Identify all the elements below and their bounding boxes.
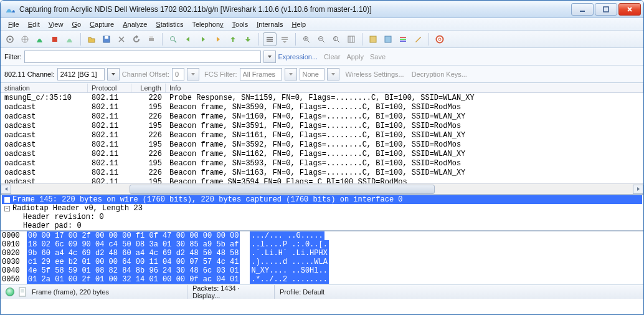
back-icon[interactable]: [181, 32, 195, 46]
menu-tools[interactable]: Tools: [229, 19, 252, 29]
col-length[interactable]: Length: [131, 84, 166, 92]
decrypt-select[interactable]: [300, 68, 324, 80]
col-info[interactable]: Info: [166, 84, 643, 92]
table-row[interactable]: oadcast802.11226Beacon frame, SN=1163, F…: [1, 168, 643, 177]
menu-telephony[interactable]: Telephony: [188, 19, 227, 29]
table-row[interactable]: oadcast802.11226Beacon frame, SN=1161, F…: [1, 130, 643, 140]
resize-cols-icon[interactable]: [344, 32, 358, 46]
save-filter-button[interactable]: Save: [370, 53, 386, 61]
maximize-button[interactable]: [595, 3, 617, 16]
packet-list-body[interactable]: msungE_c/:35:10802.11220Probe Response, …: [1, 93, 643, 183]
scroll-thumb[interactable]: [130, 185, 435, 194]
start-icon[interactable]: [33, 32, 47, 46]
menu-file[interactable]: File: [4, 19, 23, 29]
zoom-in-icon[interactable]: [300, 32, 313, 46]
table-row[interactable]: oadcast802.11195Beacon frame, SN=3590, F…: [1, 102, 643, 112]
minimize-button[interactable]: [571, 3, 594, 16]
coloring-rules-icon[interactable]: [396, 32, 410, 46]
filter-input[interactable]: [24, 51, 261, 63]
svg-rect-1: [604, 7, 608, 12]
hex-row[interactable]: 000000 00 17 00 2f 00 00 00 f1 0f 47 00 …: [2, 231, 642, 240]
collapse-icon[interactable]: −: [4, 206, 10, 211]
filter-toolbar: Filter: Expression... Clear Apply Save: [1, 48, 643, 65]
fcs-dropdown[interactable]: [285, 68, 297, 80]
menu-capture[interactable]: Capture: [86, 19, 118, 29]
detail-headerpad-text: Header pad: 0: [23, 221, 82, 230]
packet-list-hscroll[interactable]: [1, 183, 643, 194]
find-icon[interactable]: [166, 32, 180, 46]
svg-rect-9: [149, 36, 153, 38]
detail-headerrev[interactable]: Header revision: 0: [2, 213, 642, 221]
menu-view[interactable]: View: [45, 19, 67, 29]
hex-row[interactable]: 00404e 5f 58 59 01 08 82 84 8b 96 24 30 …: [2, 266, 642, 275]
channel-offset[interactable]: [172, 68, 184, 80]
save-icon[interactable]: [100, 32, 113, 46]
channel-select[interactable]: [57, 68, 105, 80]
packet-details-pane[interactable]: + Frame 145: 220 bytes on wire (1760 bit…: [1, 195, 643, 231]
expression-button[interactable]: Expression...: [278, 53, 318, 61]
menu-internals[interactable]: Internals: [253, 19, 286, 29]
fcs-select[interactable]: [240, 68, 282, 80]
menu-edit[interactable]: Edit: [24, 19, 44, 29]
table-row[interactable]: oadcast802.11195Beacon frame, SN=3591, F…: [1, 121, 643, 130]
interfaces-icon[interactable]: [3, 32, 17, 46]
detail-radiotap[interactable]: − Radiotap Header v0, Length 23: [2, 204, 642, 213]
channel-dropdown[interactable]: [107, 68, 120, 80]
zoom-out-icon[interactable]: [315, 32, 328, 46]
wireless-settings-button[interactable]: Wireless Settings...: [346, 70, 404, 78]
channel-offset-label: Channel Offset:: [122, 70, 169, 78]
menu-statistics[interactable]: Statistics: [152, 19, 187, 29]
close-file-icon[interactable]: [115, 32, 128, 46]
filter-dropdown[interactable]: [263, 51, 276, 63]
display-filter-icon[interactable]: [381, 32, 395, 46]
svg-text:1: 1: [334, 37, 336, 41]
print-icon[interactable]: [144, 32, 158, 46]
table-row[interactable]: oadcast802.11195Beacon frame, SN=3593, F…: [1, 158, 643, 168]
detail-headerpad[interactable]: Header pad: 0: [2, 221, 642, 230]
hex-row[interactable]: 001018 02 6c 09 90 04 c4 50 08 3a 01 30 …: [2, 240, 642, 249]
goto-icon[interactable]: [211, 32, 225, 46]
hex-row[interactable]: 0030c1 29 ee b2 01 00 00 64 00 11 04 00 …: [2, 258, 642, 266]
table-row[interactable]: msungE_c/:35:10802.11220Probe Response, …: [1, 93, 643, 102]
scroll-right-icon[interactable]: [633, 185, 643, 194]
menubar: File Edit View Go Capture Analyze Statis…: [1, 18, 643, 31]
packet-bytes-pane[interactable]: 000000 00 17 00 2f 00 00 00 f1 0f 47 00 …: [1, 231, 643, 285]
table-row[interactable]: oadcast802.11195Beacon frame, SN=3592, F…: [1, 140, 643, 149]
scroll-left-icon[interactable]: [1, 185, 11, 194]
open-icon[interactable]: [85, 32, 98, 46]
restart-icon[interactable]: [63, 32, 77, 46]
status-profile-cell[interactable]: Profile: Default: [275, 285, 643, 299]
clear-button[interactable]: Clear: [324, 53, 340, 61]
decrypt-dropdown[interactable]: [327, 68, 339, 80]
apply-button[interactable]: Apply: [346, 53, 364, 61]
zoom-reset-icon[interactable]: 1: [329, 32, 343, 46]
hex-row[interactable]: 00209b 60 a4 4c 69 d2 48 60 a4 4c 69 d2 …: [2, 249, 642, 258]
close-button[interactable]: [618, 3, 641, 16]
expand-icon[interactable]: +: [4, 197, 10, 203]
menu-help[interactable]: Help: [288, 19, 310, 29]
capture-filter-icon[interactable]: [366, 32, 380, 46]
menu-go[interactable]: Go: [68, 19, 85, 29]
first-icon[interactable]: [226, 32, 240, 46]
last-icon[interactable]: [241, 32, 255, 46]
decryption-keys-button[interactable]: Decryption Keys...: [412, 70, 467, 78]
options-icon[interactable]: [18, 32, 32, 46]
col-protocol[interactable]: Protocol: [88, 84, 131, 92]
col-destination[interactable]: stination: [1, 84, 88, 92]
menu-analyze[interactable]: Analyze: [119, 19, 151, 29]
table-row[interactable]: oadcast802.11226Beacon frame, SN=1160, F…: [1, 112, 643, 121]
table-row[interactable]: oadcast802.11226Beacon frame, SN=1162, F…: [1, 149, 643, 158]
hex-row[interactable]: 005001 2a 01 00 2f 01 00 32 14 01 00 00 …: [2, 275, 642, 284]
svg-rect-7: [105, 36, 108, 39]
colorize-icon[interactable]: [263, 32, 277, 46]
prefs-icon[interactable]: [411, 32, 425, 46]
autoscroll-icon[interactable]: [278, 32, 291, 46]
help-icon[interactable]: [433, 32, 447, 46]
detail-frame[interactable]: + Frame 145: 220 bytes on wire (1760 bit…: [2, 195, 642, 204]
forward-icon[interactable]: [196, 32, 210, 46]
svg-rect-0: [580, 11, 585, 12]
channel-offset-dropdown[interactable]: [187, 68, 199, 80]
table-row[interactable]: oadcast802.11195Beacon frame SN=3594 FN=…: [1, 177, 643, 183]
stop-icon[interactable]: [48, 32, 62, 46]
reload-icon[interactable]: [130, 32, 143, 46]
